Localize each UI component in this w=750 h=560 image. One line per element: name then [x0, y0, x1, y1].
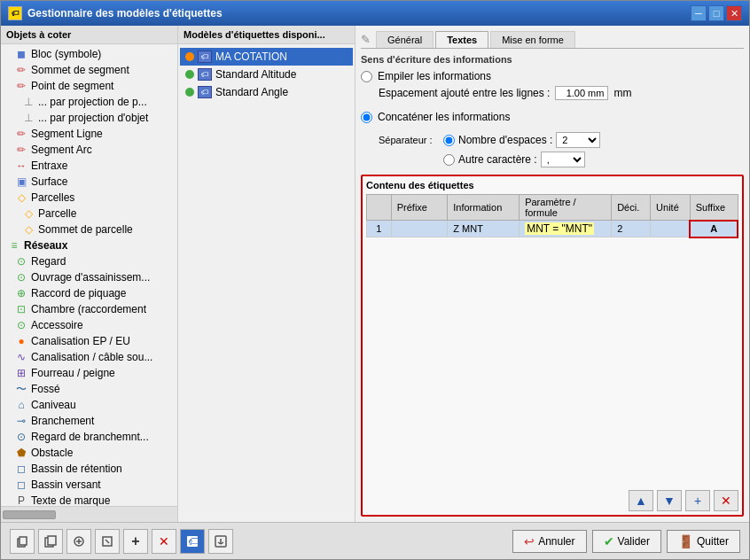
annuler-label: Annuler — [538, 535, 574, 548]
radio-nombre-espaces[interactable] — [443, 135, 455, 146]
bottom-right: ↩ Annuler ✔ Valider 🚪 Quitter — [512, 530, 740, 553]
autre-caractere-select[interactable]: , ; | — [541, 152, 585, 167]
tree-item-point-segment[interactable]: ✏ Point de segment — [1, 78, 177, 94]
title-bar-left: 🏷 Gestionnaire des modèles d'étiquettes — [8, 6, 223, 20]
spacing-input[interactable] — [555, 86, 608, 100]
left-panel: Objets à coter ◼ Bloc (symbole) ✏ Sommet… — [1, 26, 178, 522]
tree-item-entraxe[interactable]: ↔ Entraxe — [1, 158, 177, 174]
import-icon — [215, 535, 227, 548]
cell-info[interactable]: Z MNT — [448, 221, 520, 237]
cell-param[interactable]: MNT = "MNT" — [520, 221, 612, 237]
toolbar-import[interactable] — [208, 529, 233, 554]
minimize-button[interactable]: ─ — [691, 5, 707, 21]
quit-icon: 🚪 — [678, 534, 693, 548]
branch-icon: ⊸ — [15, 415, 27, 427]
model-item-ma-cotation[interactable]: 🏷 MA COTATION — [180, 48, 353, 66]
model-item-standard-altitude[interactable]: 🏷 Standard Altitude — [180, 66, 353, 83]
tree-item-regard-branch[interactable]: ⊙ Regard de branchemnt... — [1, 429, 177, 445]
radio-autre-caractere[interactable] — [443, 154, 455, 166]
radio-empiler[interactable] — [361, 71, 372, 82]
tree-item-bassin-versant[interactable]: ◻ Bassin versant — [1, 477, 177, 493]
tree-item-fosse[interactable]: 〜 Fossé — [1, 381, 177, 397]
projobj-icon: ⊥ — [22, 112, 35, 124]
tree-item-regard[interactable]: ⊙ Regard — [1, 253, 177, 269]
radio-concatener-label: Concaténer les informations — [378, 111, 510, 123]
tree-item-surface[interactable]: ▣ Surface — [1, 174, 177, 190]
table-row[interactable]: 1 Z MNT MNT = "MNT" 2 A — [367, 221, 738, 237]
tree-item-obstacle[interactable]: ⬟ Obstacle — [1, 445, 177, 461]
move-down-button[interactable]: ▼ — [657, 490, 682, 511]
toolbar-copy1[interactable] — [10, 529, 35, 554]
middle-panel-list[interactable]: 🏷 MA COTATION 🏷 Standard Altitude 🏷 Stan… — [178, 44, 355, 522]
delete-row-button[interactable]: ✕ — [714, 490, 738, 511]
model-item-standard-angle[interactable]: 🏷 Standard Angle — [180, 83, 353, 101]
tree-item-accessoire[interactable]: ⊙ Accessoire — [1, 317, 177, 333]
tree-item-branchement[interactable]: ⊸ Branchement — [1, 413, 177, 429]
tree-item-sommet-parcelle[interactable]: ◇ Sommet de parcelle — [1, 222, 177, 237]
tree-item-raccord[interactable]: ⊕ Raccord de piquage — [1, 285, 177, 301]
tree-item-proj-obj[interactable]: ⊥ ... par projection d'objet — [1, 110, 177, 126]
toolbar-copy3[interactable] — [66, 529, 91, 554]
toolbar-copy2[interactable] — [38, 529, 63, 554]
left-scrollbar[interactable] — [1, 506, 177, 522]
sommet-icon: ✏ — [15, 64, 27, 76]
scroll-thumb[interactable] — [3, 510, 56, 519]
toolbar-add[interactable]: + — [123, 529, 148, 554]
annuler-button[interactable]: ↩ Annuler — [512, 530, 586, 553]
valider-button[interactable]: ✔ Valider — [592, 530, 661, 553]
toolbar-copy4[interactable] — [95, 529, 120, 554]
tab-mise-en-forme[interactable]: Mise en forme — [490, 31, 575, 48]
sep-row-2: Autre caractère : , ; | — [379, 152, 744, 167]
cancel-icon: ↩ — [524, 534, 535, 548]
separateur-section: Séparateur : Nombre d'espaces : 2 1 3 — [361, 128, 744, 167]
tree-item-segment-arc[interactable]: ✏ Segment Arc — [1, 142, 177, 158]
tree-item-sommet-segment[interactable]: ✏ Sommet de segment — [1, 62, 177, 78]
nombre-espaces-select[interactable]: 2 1 3 — [556, 132, 600, 148]
tree-item-bloc[interactable]: ◼ Bloc (symbole) — [1, 46, 177, 62]
tree-item-cable[interactable]: ∿ Canalisation / câble sou... — [1, 349, 177, 365]
tree-item-chambre[interactable]: ⊡ Chambre (raccordement — [1, 301, 177, 317]
tree-item-caniveau[interactable]: ⌂ Caniveau — [1, 397, 177, 413]
model-icon-2: 🏷 — [198, 68, 212, 81]
radio-concatener-row: Concaténer les informations — [361, 111, 744, 123]
radio-concatener[interactable] — [361, 112, 372, 123]
bottom-bar: + ✕ 🏷 ↩ Annuler ✔ Valider 🚪 Quitter — [1, 522, 749, 559]
toolbar-delete[interactable]: ✕ — [152, 529, 176, 554]
middle-panel: Modèles d'étiquettes disponi... 🏷 MA COT… — [178, 26, 355, 522]
cell-prefix[interactable] — [391, 221, 448, 237]
move-up-button[interactable]: ▲ — [629, 490, 653, 511]
left-panel-header: Objets à coter — [1, 26, 177, 44]
toolbar-export[interactable]: 🏷 — [180, 529, 205, 554]
quitter-button[interactable]: 🚪 Quitter — [667, 530, 740, 553]
tree-item-ouvrage[interactable]: ⊙ Ouvrage d'assainissem... — [1, 269, 177, 285]
window-title: Gestionnaire des modèles d'étiquettes — [27, 7, 223, 19]
svg-rect-3 — [48, 536, 56, 545]
col-header-prefix: Préfixe — [391, 195, 448, 221]
tab-general[interactable]: Général — [376, 31, 434, 48]
tree-item-reseaux[interactable]: ≡ Réseaux — [1, 237, 177, 253]
col-header-info: Information — [448, 195, 520, 221]
parcelle-icon: ◇ — [22, 207, 35, 220]
col-header-num — [367, 195, 392, 221]
tree-item-segment-ligne[interactable]: ✏ Segment Ligne — [1, 126, 177, 142]
close-button[interactable]: ✕ — [726, 5, 742, 21]
raccord-icon: ⊕ — [15, 287, 27, 299]
tree-item-parcelle[interactable]: ◇ Parcelle — [1, 206, 177, 222]
bottom-left: + ✕ 🏷 — [10, 529, 233, 554]
tree-item-texte-marque[interactable]: P Texte de marque — [1, 493, 177, 506]
canalepeu-icon: ● — [15, 335, 27, 347]
cell-suffix[interactable]: A — [690, 221, 738, 237]
cell-unit[interactable] — [651, 221, 691, 237]
tree-item-bassin-retention[interactable]: ◻ Bassin de rétention — [1, 461, 177, 477]
maximize-button[interactable]: □ — [708, 5, 724, 21]
left-panel-list[interactable]: ◼ Bloc (symbole) ✏ Sommet de segment ✏ P… — [1, 44, 177, 506]
tree-item-fourreau[interactable]: ⊞ Fourreau / peigne — [1, 365, 177, 381]
table-actions: ▲ ▼ + ✕ — [366, 490, 738, 511]
tree-item-canal-ep[interactable]: ● Canalisation EP / EU — [1, 333, 177, 349]
add-row-button[interactable]: + — [685, 490, 710, 511]
bassinret-icon: ◻ — [15, 463, 27, 475]
cell-deci[interactable]: 2 — [612, 221, 651, 237]
tree-item-proj-p[interactable]: ⊥ ... par projection de p... — [1, 94, 177, 110]
tab-textes[interactable]: Textes — [435, 31, 488, 48]
tree-item-parcelles[interactable]: ◇ Parcelles — [1, 190, 177, 206]
